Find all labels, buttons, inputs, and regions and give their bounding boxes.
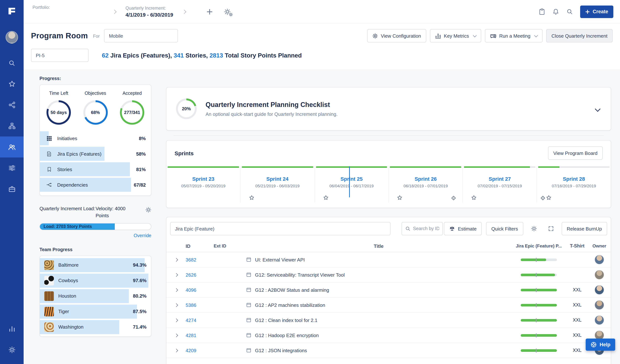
item-type-select[interactable]: Jira Epic (Feature)	[170, 222, 390, 235]
load-header: Quarterly Increment Load: Velocity: 4000…	[39, 205, 151, 219]
portfolio-selector[interactable]: Portfolio:	[32, 0, 103, 23]
admin-gears-button[interactable]	[224, 8, 231, 15]
team-row[interactable]: Cowboys97.6%	[40, 273, 151, 288]
chevron-down-icon[interactable]	[595, 106, 600, 112]
progress-row[interactable]: Jira Epics (Features)58%	[40, 146, 151, 162]
view-program-board-button[interactable]: View Program Board	[548, 146, 603, 160]
sprint-column[interactable]: Sprint 2405/21/2019 - 06/03/2019	[241, 166, 315, 202]
expand-chevron-icon[interactable]	[174, 303, 178, 307]
view-configuration-button[interactable]: View Configuration	[367, 29, 426, 42]
epic-id-link[interactable]: 4209	[186, 348, 214, 353]
pi-selector-value: PI-5	[36, 53, 45, 58]
sprint-progress-track	[390, 166, 462, 168]
table-row[interactable]: 4274G12 : Clean index tool for 2.1XXL	[166, 313, 611, 328]
expand-chevron-icon[interactable]	[174, 273, 178, 277]
star-icon[interactable]	[249, 195, 254, 200]
progress-row[interactable]: Dependencies67/82	[40, 177, 151, 193]
planning-checklist-card[interactable]: 20% Quarterly Increment Planning Checkli…	[166, 87, 611, 131]
notifications-button[interactable]	[553, 8, 559, 15]
release-notes-button[interactable]	[539, 8, 545, 15]
table-row[interactable]: 2626G12: Serviceability: Transcript View…	[166, 267, 611, 283]
sidebar-item-workspace[interactable]	[0, 179, 24, 199]
sprint-column[interactable]: Sprint 2807/16/2019 - 07/29/2019	[537, 166, 611, 202]
help-button[interactable]: Help	[586, 339, 615, 351]
sidebar-item-favorites[interactable]	[0, 73, 24, 94]
expand-chevron-icon[interactable]	[174, 288, 178, 292]
release-burnup-button[interactable]: Release BurnUp	[561, 222, 607, 235]
diamond-icon[interactable]	[540, 195, 546, 201]
epic-id-link[interactable]: 4096	[186, 287, 214, 293]
table-row[interactable]: 4209G12 : JSON integrationsXXL	[166, 343, 611, 358]
epic-id-link[interactable]: 3682	[186, 257, 214, 262]
expand-chevron-icon[interactable]	[174, 258, 178, 261]
key-metrics-button[interactable]: Key Metrics	[430, 29, 481, 42]
sidebar-bottom	[0, 318, 24, 364]
owner-avatar[interactable]	[594, 315, 604, 325]
table-row[interactable]: 4096G12 : A2BOW Status and alarmingXXL	[166, 283, 611, 298]
progress-row[interactable]: Initiatives8%	[40, 131, 151, 146]
table-search-input[interactable]	[413, 226, 439, 231]
table-row[interactable]: 4281G12 : Hadoop E2E encryptionXXL	[166, 328, 611, 343]
quarterly-increment-selector[interactable]: Quarterly Increment: 4/1/2019 - 6/30/201…	[125, 5, 173, 18]
override-link[interactable]: Override	[134, 233, 151, 238]
quick-filters-button[interactable]: Quick Filters	[486, 222, 523, 235]
star-icon[interactable]	[546, 195, 551, 200]
sprint-column[interactable]: Sprint 2707/02/2019 - 07/15/2019	[463, 166, 537, 202]
team-row[interactable]: Houston80.2%	[40, 288, 151, 304]
quick-add-button[interactable]	[206, 8, 213, 15]
epic-id-link[interactable]: 5386	[186, 302, 214, 308]
sprint-markers	[463, 195, 537, 201]
sidebar-item-admin[interactable]	[0, 339, 24, 360]
global-search-button[interactable]	[566, 8, 573, 15]
diamond-icon[interactable]	[451, 195, 457, 201]
epic-id-link[interactable]: 2626	[186, 272, 214, 277]
sidebar-item-portfolio[interactable]	[0, 115, 24, 136]
team-row[interactable]: Tiger87.5%	[40, 304, 151, 319]
sprint-name: Sprint 27	[463, 176, 537, 182]
owner-avatar[interactable]	[594, 285, 604, 295]
search-icon	[8, 60, 15, 66]
user-avatar[interactable]	[5, 31, 18, 44]
expand-chevron-icon[interactable]	[174, 349, 178, 352]
metrics-chart-icon	[435, 33, 441, 39]
jira-align-logo[interactable]	[0, 0, 24, 22]
fullscreen-button[interactable]	[544, 222, 557, 235]
team-row[interactable]: Baltimore94.3%	[40, 257, 151, 273]
close-quarterly-increment-button[interactable]: Close Quarterly Increment	[546, 29, 613, 42]
estimate-button[interactable]: Estimate	[444, 222, 482, 235]
accepted-column: Accepted 277/341	[120, 91, 144, 125]
team-row[interactable]: Washington71.4%	[40, 319, 151, 335]
epic-progress-cell	[511, 319, 566, 321]
velocity-settings-gear-icon[interactable]	[145, 207, 151, 213]
run-a-meeting-button[interactable]: Run a Meeting	[485, 29, 542, 42]
program-selector[interactable]: Mobile	[104, 29, 178, 42]
table-settings-button[interactable]	[527, 222, 540, 235]
star-icon[interactable]	[471, 195, 477, 200]
sprint-column[interactable]: Sprint 2305/07/2019 - 05/20/2019	[166, 166, 241, 202]
table-row[interactable]: 5386G12 : AP2 machines stabilizationXXL	[166, 298, 611, 313]
table-body: 3682UI: External Viewer API2626G12: Serv…	[166, 252, 611, 358]
expand-chevron-icon[interactable]	[174, 318, 178, 322]
epic-id-link[interactable]: 4274	[186, 317, 214, 323]
epic-id-link[interactable]: 4281	[186, 333, 214, 338]
epic-progress-cell	[511, 288, 566, 291]
sprint-column[interactable]: Sprint 2606/18/2019 - 07/01/2019	[389, 166, 463, 202]
expand-chevron-icon[interactable]	[174, 334, 178, 337]
progress-tick-marker	[536, 303, 537, 307]
owner-avatar[interactable]	[594, 270, 604, 280]
sidebar-item-reports[interactable]	[0, 318, 24, 339]
star-icon[interactable]	[397, 195, 403, 200]
sidebar-item-teams[interactable]	[0, 136, 24, 157]
sidebar-item-strategy[interactable]	[0, 94, 24, 115]
progress-row[interactable]: Stories81%	[40, 162, 151, 177]
owner-avatar[interactable]	[594, 300, 604, 310]
table-row[interactable]: 3682UI: External Viewer API	[166, 252, 611, 267]
star-icon[interactable]	[323, 195, 328, 200]
owner-avatar[interactable]	[594, 255, 604, 264]
sidebar-item-configure[interactable]	[0, 157, 24, 179]
sidebar-item-search[interactable]	[0, 52, 24, 73]
plus-icon	[585, 9, 590, 14]
pi-selector[interactable]: PI-5	[31, 49, 89, 62]
sprint-column[interactable]: Sprint 2506/04/2019 - 06/17/2019	[315, 166, 389, 202]
create-button[interactable]: Create	[580, 5, 613, 18]
